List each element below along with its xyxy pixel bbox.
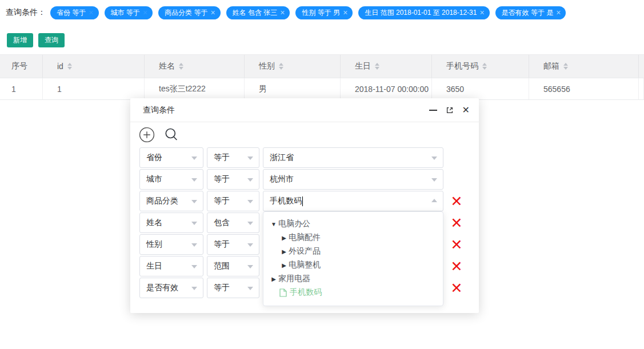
chevron-down-icon	[191, 243, 197, 247]
chevron-down-icon	[247, 265, 253, 268]
tree-collapsed-icon[interactable]: ▶	[279, 248, 289, 255]
query-button[interactable]: 查询	[38, 33, 65, 47]
column-header-gender[interactable]: 性别	[245, 55, 341, 78]
table-row[interactable]: 1 1 tes张三t2222 男 2018-11-07 00:00:00 365…	[0, 78, 644, 100]
maximize-icon[interactable]	[446, 106, 454, 114]
filter-row-city: 城市 等于 杭州市	[139, 169, 470, 190]
tag-close-icon[interactable]: ×	[280, 9, 285, 17]
operator-select-value: 等于	[214, 174, 230, 184]
tag-close-icon[interactable]: ×	[479, 9, 484, 17]
filter-tag-province[interactable]: 省份 等于 ×	[50, 6, 99, 19]
filter-tag-bar: 查询条件： 省份 等于 × 城市 等于 × 商品分类 等于 × 姓名 包含 张三…	[0, 0, 644, 25]
filter-tag-gender[interactable]: 性别 等于 男 ×	[295, 6, 353, 19]
tree-node-computer-office[interactable]: ▼ 电脑办公	[263, 217, 443, 231]
tree-node-label: 电脑整机	[289, 260, 321, 270]
sort-icon[interactable]	[375, 63, 379, 70]
tag-close-icon[interactable]: ×	[556, 9, 561, 17]
column-label: id	[57, 62, 63, 71]
tree-node-label: 电脑配件	[289, 232, 321, 243]
field-select[interactable]: 商品分类	[139, 191, 203, 211]
remove-condition-icon[interactable]: ✕	[449, 194, 465, 208]
operator-select-value: 等于	[214, 153, 230, 163]
column-header-id[interactable]: id	[43, 55, 145, 78]
operator-select[interactable]: 等于	[207, 234, 259, 255]
filter-tag-category[interactable]: 商品分类 等于 ×	[158, 6, 221, 19]
tree-node-label: 外设产品	[289, 246, 321, 256]
field-select[interactable]: 生日	[139, 256, 203, 276]
remove-condition-icon[interactable]: ✕	[449, 238, 465, 252]
tree-node-home-appliances[interactable]: ▶ 家用电器	[263, 272, 443, 286]
add-button[interactable]: 新增	[7, 33, 33, 47]
column-header-email[interactable]: 邮箱	[529, 55, 639, 78]
field-select[interactable]: 省份	[139, 147, 203, 168]
sort-icon[interactable]	[179, 63, 183, 70]
minimize-icon[interactable]	[429, 110, 437, 111]
filter-tag-valid[interactable]: 是否有效 等于 是 ×	[495, 6, 566, 19]
tree-expanded-icon[interactable]: ▼	[269, 221, 278, 227]
field-select[interactable]: 城市	[139, 169, 203, 190]
tree-collapsed-icon[interactable]: ▶	[279, 235, 289, 241]
category-tree-dropdown: ▼ 电脑办公 ▶ 电脑配件 ▶ 外设产品 ▶ 电脑整机 ▶ 家用电器 手	[263, 211, 443, 306]
tag-close-icon[interactable]: ×	[143, 9, 147, 17]
tag-close-icon[interactable]: ×	[89, 9, 93, 17]
filter-tag-name[interactable]: 姓名 包含 张三 ×	[226, 6, 290, 19]
column-label: 序号	[11, 61, 27, 71]
modal-header[interactable]: 查询条件 ✕	[130, 98, 479, 122]
field-select[interactable]: 是否有效	[139, 278, 203, 298]
column-header-birthday[interactable]: 生日	[341, 55, 432, 78]
cell-birthday: 2018-11-07 00:00:00	[341, 78, 432, 99]
value-select-value: 手机数码	[270, 196, 302, 206]
tree-node-peripherals[interactable]: ▶ 外设产品	[263, 244, 443, 258]
operator-select-value: 等于	[214, 239, 230, 250]
tag-close-icon[interactable]: ×	[343, 9, 347, 17]
column-label: 性别	[259, 61, 275, 71]
filter-tag-text: 商品分类 等于	[165, 8, 207, 18]
remove-condition-icon[interactable]: ✕	[449, 216, 465, 230]
column-header-phone[interactable]: 手机号码	[432, 55, 529, 78]
tree-node-label: 家用电器	[278, 274, 310, 284]
cell-filler	[639, 78, 644, 99]
sort-icon[interactable]	[563, 63, 568, 70]
field-select-value: 是否有效	[146, 283, 178, 293]
operator-select[interactable]: 等于	[207, 191, 259, 211]
field-select[interactable]: 性别	[139, 234, 203, 255]
column-header-name[interactable]: 姓名	[145, 55, 245, 78]
tree-collapsed-icon[interactable]: ▶	[279, 262, 289, 268]
value-select[interactable]: 杭州市	[263, 169, 443, 190]
field-select-value: 城市	[146, 174, 162, 184]
remove-condition-icon[interactable]: ✕	[449, 259, 465, 274]
tag-close-icon[interactable]: ×	[210, 9, 215, 17]
field-select[interactable]: 姓名	[139, 212, 203, 233]
tree-node-whole-computer[interactable]: ▶ 电脑整机	[263, 258, 443, 272]
chevron-down-icon	[247, 222, 253, 225]
filter-tag-city[interactable]: 城市 等于 ×	[105, 6, 153, 19]
operator-select[interactable]: 范围	[207, 256, 259, 276]
sort-icon[interactable]	[279, 63, 283, 70]
column-label: 姓名	[159, 61, 175, 71]
operator-select[interactable]: 等于	[207, 147, 259, 168]
cell-gender: 男	[245, 78, 341, 99]
tree-node-computer-parts[interactable]: ▶ 电脑配件	[263, 231, 443, 244]
field-select-value: 商品分类	[146, 196, 178, 206]
close-icon[interactable]: ✕	[462, 106, 470, 115]
tree-leaf-mobile-digital[interactable]: 手机数码	[263, 286, 443, 299]
operator-select[interactable]: 包含	[207, 212, 259, 233]
remove-condition-icon[interactable]: ✕	[449, 281, 465, 295]
sort-icon[interactable]	[67, 63, 72, 70]
search-icon[interactable]	[163, 127, 179, 143]
value-select[interactable]: 浙江省	[263, 147, 443, 168]
operator-select[interactable]: 等于	[207, 278, 259, 298]
operator-select[interactable]: 等于	[207, 169, 259, 190]
cell-name: tes张三t2222	[145, 78, 245, 99]
add-condition-icon[interactable]	[139, 127, 155, 143]
tree-collapsed-icon[interactable]: ▶	[269, 276, 278, 282]
value-select-open[interactable]: 手机数码	[263, 191, 443, 211]
column-label: 手机号码	[446, 61, 478, 71]
filter-tag-birthday[interactable]: 生日 范围 2018-01-01 至 2018-12-31 ×	[358, 6, 489, 19]
filter-tags: 省份 等于 × 城市 等于 × 商品分类 等于 × 姓名 包含 张三 × 性别 …	[50, 6, 566, 19]
chevron-down-icon	[247, 157, 253, 160]
chevron-up-icon	[431, 199, 437, 202]
chevron-down-icon	[191, 178, 197, 182]
sort-icon[interactable]	[482, 63, 487, 70]
modal-toolbar	[130, 122, 479, 147]
